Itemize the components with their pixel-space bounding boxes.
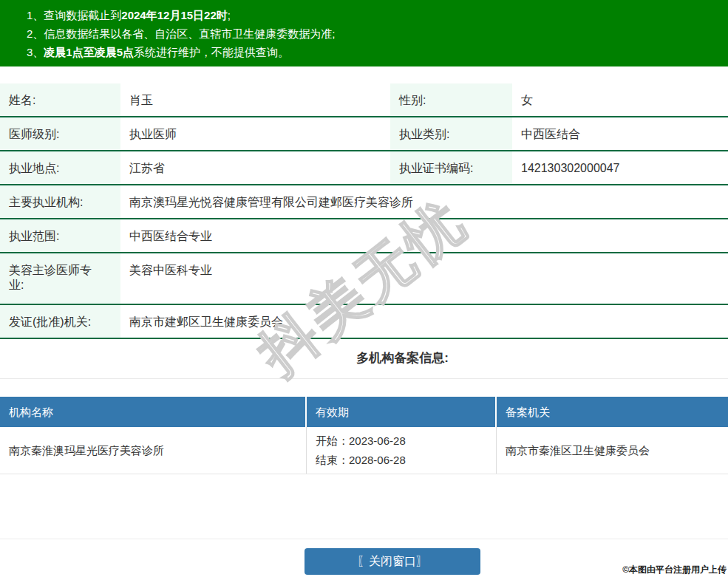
table-row-practice-scope: 执业范围: 中西医结合专业 (0, 219, 728, 253)
table-row-name-gender: 姓名: 肖玉 性别: 女 (0, 83, 728, 117)
practice-category-value: 中西医结合 (512, 117, 728, 150)
notice-text: 2、信息数据结果以各省、自治区、直辖市卫生健康委数据为准; (27, 27, 336, 40)
name-label: 姓名: (0, 83, 120, 116)
table-row-main-institution: 主要执业机构: 南京澳玛星光悦容健康管理有限公司建邺医疗美容诊所 (0, 185, 728, 219)
issuing-authority-value: 南京市建邺区卫生健康委员会 (120, 305, 728, 338)
practice-category-label: 执业类别: (390, 117, 512, 150)
practice-scope-value: 中西医结合专业 (120, 219, 728, 252)
table-row-issuing-authority: 发证(批准)机关: 南京市建邺区卫生健康委员会 (0, 305, 728, 339)
license-number-label: 执业证书编码: (390, 151, 512, 184)
bottom-divider (0, 539, 728, 539)
issuing-authority-label: 发证(批准)机关: (0, 305, 120, 338)
gender-label: 性别: (390, 83, 512, 116)
filing-table-header: 机构名称 有效期 备案机关 (0, 397, 728, 427)
table-row-location-license: 执业地点: 江苏省 执业证书编码: 142130302000047 (0, 151, 728, 185)
close-window-button[interactable]: 〖关闭窗口〗 (305, 548, 480, 575)
column-header-validity: 有效期 (307, 397, 497, 427)
notice-text: 系统进行维护，不能提供查询。 (134, 46, 289, 58)
license-number-value: 142130302000047 (512, 151, 728, 184)
notice-line-1: 1、查询数据截止到2024年12月15日22时; (27, 6, 721, 24)
multi-org-section-title: 多机构备案信息: (356, 339, 449, 378)
multi-org-section: 多机构备案信息: (0, 339, 728, 379)
practice-location-value: 江苏省 (120, 151, 390, 184)
filing-validity-cell: 开始：2023-06-28 结束：2028-06-28 (307, 427, 497, 474)
cosmetic-specialty-value: 美容中医科专业 (120, 253, 728, 304)
notice-text: 3、 (27, 46, 44, 58)
notice-line-2: 2、信息数据结果以各省、自治区、直辖市卫生健康委数据为准; (27, 24, 721, 43)
gender-value: 女 (512, 83, 728, 116)
doctor-level-value: 执业医师 (120, 117, 390, 150)
practitioner-query-result-page: 1、查询数据截止到2024年12月15日22时; 2、信息数据结果以各省、自治区… (0, 0, 728, 577)
filing-institution-name: 南京秦淮澳玛星光医疗美容诊所 (0, 427, 307, 474)
notice-text-bold: 凌晨1点至凌晨5点 (44, 46, 134, 58)
column-header-filing-authority: 备案机关 (497, 397, 728, 427)
column-header-institution-name: 机构名称 (0, 397, 307, 427)
table-row-cosmetic-specialty: 美容主诊医师专业: 美容中医科专业 (0, 253, 728, 305)
filing-authority: 南京市秦淮区卫生健康委员会 (497, 427, 728, 474)
validity-start: 开始：2023-06-28 (316, 431, 496, 451)
notice-banner: 1、查询数据截止到2024年12月15日22时; 2、信息数据结果以各省、自治区… (0, 0, 728, 66)
cosmetic-specialty-label: 美容主诊医师专业: (0, 253, 120, 304)
practice-scope-label: 执业范围: (0, 219, 120, 252)
main-institution-label: 主要执业机构: (0, 185, 120, 218)
notice-text: ; (228, 9, 231, 21)
table-row-level-category: 医师级别: 执业医师 执业类别: 中西医结合 (0, 117, 728, 151)
practitioner-info-table: 姓名: 肖玉 性别: 女 医师级别: 执业医师 执业类别: 中西医结合 执业地点… (0, 83, 728, 339)
name-value: 肖玉 (120, 83, 390, 116)
validity-end: 结束：2028-06-28 (316, 451, 496, 470)
notice-line-3: 3、凌晨1点至凌晨5点系统进行维护，不能提供查询。 (27, 43, 721, 61)
filing-table-row: 南京秦淮澳玛星光医疗美容诊所 开始：2023-06-28 结束：2028-06-… (0, 427, 728, 474)
notice-text: 1、查询数据截止到 (27, 9, 121, 21)
doctor-level-label: 医师级别: (0, 117, 120, 150)
practice-location-label: 执业地点: (0, 151, 120, 184)
main-institution-value: 南京澳玛星光悦容健康管理有限公司建邺医疗美容诊所 (120, 185, 728, 218)
notice-text-bold: 2024年12月15日22时 (121, 9, 227, 21)
copyright-stamp: ©本图由平台注册用户上传 (622, 564, 727, 576)
